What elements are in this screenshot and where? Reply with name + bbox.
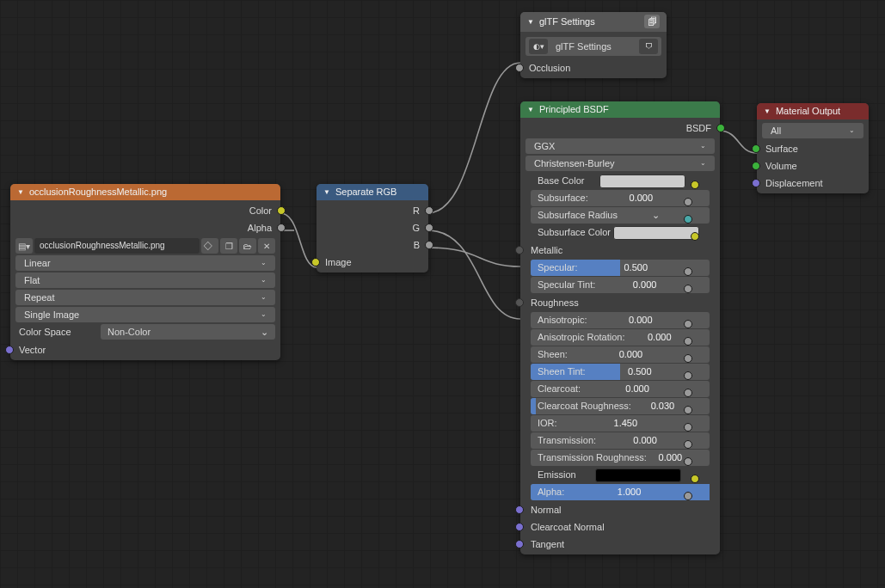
bsdf-subsurface-color[interactable]: Subsurface Color — [531, 224, 710, 241]
matout-header[interactable]: ▼ Material Output — [757, 103, 869, 119]
output-g[interactable]: G — [317, 219, 428, 236]
bsdf-header[interactable]: ▼ Principled BSDF — [520, 101, 720, 118]
proj-field[interactable]: Flat⌄ — [15, 273, 275, 288]
image-browse-icon[interactable]: ▤▾ — [15, 238, 33, 254]
subsurface-socket-icon[interactable] — [684, 198, 692, 206]
color-swatch[interactable] — [599, 175, 685, 188]
image-texture-node[interactable]: ▼ occlusionRoughnessMetallic.png Color A… — [10, 184, 280, 360]
vector-socket-icon[interactable] — [5, 346, 14, 354]
bsdf-normal[interactable]: Normal — [520, 501, 720, 518]
subsurface-color-socket-icon[interactable] — [691, 232, 699, 241]
color-socket-icon[interactable] — [277, 206, 286, 215]
normal-socket-icon[interactable] — [515, 505, 524, 514]
specular-socket-icon[interactable] — [684, 267, 692, 276]
bsdf-specular-tint[interactable]: Specular Tint: 0.000 — [531, 277, 710, 293]
collapse-icon[interactable]: ▼ — [764, 107, 771, 115]
ior-socket-icon[interactable] — [684, 423, 692, 432]
roughness-socket-icon[interactable] — [515, 298, 524, 307]
colorspace-field[interactable]: Non-Color⌄ — [101, 324, 275, 340]
bsdf-roughness[interactable]: Roughness — [520, 294, 720, 311]
bsdf-clearcoat[interactable]: Clearcoat: 0.000 — [531, 381, 710, 397]
bsdf-aniso-rotation[interactable]: Anisotropic Rotation: 0.000 — [531, 329, 710, 346]
alpha-socket-icon[interactable] — [684, 492, 692, 500]
bsdf-transmission[interactable]: Transmission: 0.000 — [531, 432, 710, 449]
transmission-socket-icon[interactable] — [684, 440, 692, 449]
anisotropic-socket-icon[interactable] — [684, 320, 692, 328]
input-occlusion[interactable]: Occlusion — [520, 59, 667, 77]
node-options-icon[interactable]: 🗐 — [644, 15, 660, 28]
datablock-icon[interactable]: ◐▾ — [529, 39, 548, 54]
collapse-icon[interactable]: ▼ — [527, 18, 534, 26]
output-r[interactable]: R — [317, 202, 428, 219]
output-b[interactable]: B — [317, 236, 428, 254]
collapse-icon[interactable]: ▼ — [17, 188, 24, 196]
bsdf-subsurface-radius[interactable]: Subsurface Radius ⌄ — [531, 207, 710, 224]
g-socket-icon[interactable] — [425, 224, 433, 232]
alpha-socket-icon[interactable] — [277, 224, 286, 232]
surface-socket-icon[interactable] — [752, 144, 760, 153]
source-field[interactable]: Single Image⌄ — [15, 307, 275, 322]
principled-bsdf-node[interactable]: ▼ Principled BSDF BSDF GGX⌄ Christensen-… — [520, 101, 720, 554]
material-output-node[interactable]: ▼ Material Output All⌄ Surface Volume Di… — [757, 103, 869, 193]
image-filename-field[interactable]: occlusionRoughnessMetallic.png — [34, 238, 200, 254]
bsdf-clearcoat-normal[interactable]: Clearcoat Normal — [520, 518, 720, 536]
collapse-icon[interactable]: ▼ — [527, 106, 534, 113]
aniso-rotation-socket-icon[interactable] — [684, 337, 692, 346]
sheen-tint-socket-icon[interactable] — [684, 371, 692, 380]
gltf-group-field[interactable]: ◐▾ glTF Settings ⛉ — [525, 37, 661, 56]
ext-field[interactable]: Repeat⌄ — [15, 290, 275, 305]
input-vector[interactable]: Vector — [10, 341, 280, 358]
shield-icon[interactable]: ⛉ — [639, 39, 658, 54]
metallic-socket-icon[interactable] — [515, 246, 524, 254]
occlusion-socket-icon[interactable] — [515, 64, 524, 72]
specular-tint-socket-icon[interactable] — [684, 285, 692, 293]
volume-socket-icon[interactable] — [752, 162, 760, 170]
bsdf-emission[interactable]: Emission — [531, 467, 710, 483]
bsdf-metallic[interactable]: Metallic — [520, 242, 720, 259]
bsdf-clearcoat-rough[interactable]: Clearcoat Roughness: 0.030 — [531, 398, 710, 414]
bsdf-sheen-tint[interactable]: Sheen Tint: 0.500 — [531, 364, 710, 380]
emission-socket-icon[interactable] — [691, 475, 699, 483]
color-swatch[interactable] — [613, 226, 699, 240]
displacement-socket-icon[interactable] — [752, 179, 760, 187]
output-alpha[interactable]: Alpha — [10, 219, 280, 236]
sheen-socket-icon[interactable] — [684, 354, 692, 363]
bsdf-subsurface[interactable]: Subsurface: 0.000 — [531, 190, 710, 206]
image-socket-icon[interactable] — [311, 258, 320, 266]
color-swatch[interactable] — [595, 469, 681, 482]
bsdf-ior[interactable]: IOR: 1.450 — [531, 415, 710, 432]
input-volume[interactable]: Volume — [757, 157, 869, 175]
gltf-settings-node[interactable]: ▼ glTF Settings 🗐 ◐▾ glTF Settings ⛉ Occ… — [520, 12, 667, 78]
bsdf-anisotropic[interactable]: Anisotropic: 0.000 — [531, 312, 710, 328]
collapse-icon[interactable]: ▼ — [323, 188, 330, 196]
b-socket-icon[interactable] — [425, 241, 433, 249]
bsdf-sheen[interactable]: Sheen: 0.000 — [531, 346, 710, 363]
gltf-header[interactable]: ▼ glTF Settings 🗐 — [520, 12, 667, 32]
dup-icon[interactable]: ❐ — [220, 238, 237, 254]
tangent-socket-icon[interactable] — [515, 540, 524, 548]
separate-rgb-node[interactable]: ▼ Separate RGB R G B Image — [317, 184, 428, 273]
open-icon[interactable]: 🗁 — [239, 238, 256, 254]
sss-method-field[interactable]: Christensen-Burley⌄ — [525, 156, 715, 171]
fake-user-icon[interactable]: ⃟ — [201, 238, 218, 254]
output-bsdf[interactable]: BSDF — [520, 119, 720, 137]
clearcoat-normal-socket-icon[interactable] — [515, 523, 524, 531]
input-displacement[interactable]: Displacement — [757, 175, 869, 192]
transmission-rough-socket-icon[interactable] — [684, 457, 692, 466]
clearcoat-rough-socket-icon[interactable] — [684, 406, 692, 414]
bsdf-alpha[interactable]: Alpha: 1.000 — [531, 484, 710, 500]
unlink-icon[interactable]: ✕ — [258, 238, 275, 254]
distribution-field[interactable]: GGX⌄ — [525, 138, 715, 154]
base-color-socket-icon[interactable] — [691, 181, 699, 189]
interp-field[interactable]: Linear⌄ — [15, 255, 275, 271]
bsdf-base-color[interactable]: Base Color — [531, 173, 710, 189]
input-surface[interactable]: Surface — [757, 140, 869, 157]
input-image[interactable]: Image — [317, 254, 428, 271]
bsdf-socket-icon[interactable] — [716, 124, 725, 132]
image-node-header[interactable]: ▼ occlusionRoughnessMetallic.png — [10, 184, 280, 200]
clearcoat-socket-icon[interactable] — [684, 389, 692, 397]
bsdf-transmission-rough[interactable]: Transmission Roughness: 0.000 — [531, 450, 710, 466]
bsdf-specular[interactable]: Specular: 0.500 — [531, 260, 710, 276]
r-socket-icon[interactable] — [425, 206, 433, 215]
sep-header[interactable]: ▼ Separate RGB — [317, 184, 428, 200]
